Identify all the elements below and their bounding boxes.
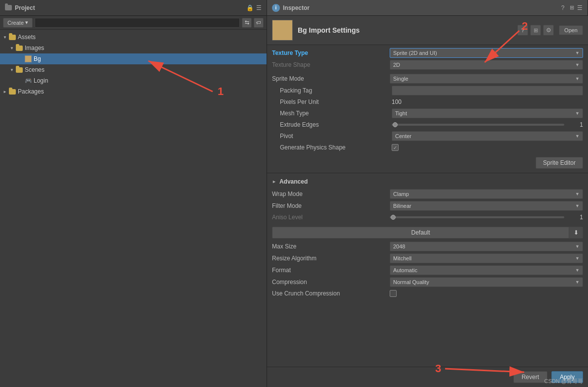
packages-label: Packages: [18, 88, 44, 95]
pivot-row: Pivot Center ▼: [267, 130, 588, 142]
project-toolbar: Create ▾ ⇆ 🏷: [0, 16, 267, 30]
search-icon-btn[interactable]: ⇆: [242, 18, 252, 28]
compression-dropdown[interactable]: Normal Quality ▼: [390, 277, 583, 287]
wrap-mode-arrow: ▼: [575, 192, 580, 196]
login-scene-icon: 🎮: [25, 77, 32, 84]
inspector-content: Texture Type Sprite (2D and UI) ▼ Textur…: [267, 45, 588, 367]
texture-shape-label: Texture Shape: [272, 61, 386, 68]
filter-mode-row: Filter Mode Bilinear ▼: [267, 200, 588, 212]
extrude-edges-slider[interactable]: 1: [392, 121, 583, 128]
inspector-layout-icon[interactable]: ⊞: [570, 4, 574, 11]
mesh-type-dropdown[interactable]: Tight ▼: [392, 108, 583, 118]
aniso-level-row: Aniso Level 1: [267, 212, 588, 223]
packages-arrow: ►: [2, 90, 8, 94]
sprite-editor-button[interactable]: Sprite Editor: [536, 157, 583, 169]
generate-physics-checkbox[interactable]: ✓: [392, 144, 399, 151]
crunch-compression-label: Use Crunch Compression: [272, 290, 386, 297]
inspector-tab-label: Inspector: [283, 4, 310, 11]
advanced-section-header[interactable]: ► Advanced: [267, 175, 588, 188]
pivot-arrow: ▼: [575, 134, 580, 139]
bg-label: Bg: [34, 55, 41, 62]
sprite-mode-row: Sprite Mode Single ▼: [267, 73, 588, 85]
settings-icon-btn[interactable]: ⚙: [543, 25, 554, 36]
tag-icon-btn[interactable]: 🏷: [254, 18, 264, 28]
tree-item-scenes[interactable]: ▼ Scenes: [0, 64, 267, 75]
packing-tag-label: Packing Tag: [280, 87, 388, 94]
format-dropdown[interactable]: Automatic ▼: [390, 265, 583, 275]
max-size-label: Max Size: [272, 243, 386, 250]
resize-algorithm-dropdown[interactable]: Mitchell ▼: [390, 253, 583, 263]
wrap-mode-dropdown[interactable]: Clamp ▼: [390, 189, 583, 199]
inspector-help-icon[interactable]: ?: [559, 4, 567, 12]
extrude-edges-label: Extrude Edges: [280, 121, 388, 128]
sprite-editor-area: Sprite Editor: [272, 157, 583, 169]
layout-icon-btn[interactable]: ⊞: [530, 25, 541, 36]
resize-algorithm-value: Mitchell: [393, 255, 411, 261]
revert-button[interactable]: Revert: [513, 371, 547, 383]
crunch-compression-checkbox[interactable]: [390, 290, 397, 297]
lock-icon[interactable]: 🔒: [246, 4, 253, 11]
tree-item-packages[interactable]: ► Packages: [0, 86, 267, 97]
scenes-folder-icon: [16, 67, 23, 73]
platform-bar: Default ⬇: [272, 227, 583, 239]
compression-label: Compression: [272, 279, 386, 286]
aniso-level-label: Aniso Level: [272, 214, 386, 221]
texture-type-dropdown[interactable]: Sprite (2D and UI) ▼: [390, 48, 583, 58]
apply-button[interactable]: Apply: [551, 371, 583, 383]
pixels-per-unit-label: Pixels Per Unit: [280, 98, 388, 105]
menu-icon[interactable]: ☰: [256, 4, 262, 11]
platform-download-btn[interactable]: ⬇: [569, 227, 583, 238]
generate-physics-label: Generate Physics Shape: [280, 144, 388, 151]
filter-mode-arrow: ▼: [575, 203, 580, 208]
create-button[interactable]: Create ▾: [3, 18, 33, 28]
texture-shape-dropdown[interactable]: 2D ▼: [390, 60, 583, 70]
mesh-type-arrow: ▼: [575, 111, 580, 116]
project-tab[interactable]: Project 🔒 ☰: [0, 0, 267, 15]
extrude-edges-value: 1: [568, 121, 583, 128]
texture-type-row: Texture Type Sprite (2D and UI) ▼: [267, 47, 588, 59]
tree-item-bg[interactable]: Bg: [0, 53, 267, 64]
asset-preview-thumb: [272, 20, 293, 41]
inspector-menu-icon[interactable]: ☰: [577, 4, 583, 11]
tree-item-assets[interactable]: ▼ Assets: [0, 32, 267, 43]
texture-shape-row: Texture Shape 2D ▼: [267, 59, 588, 71]
wrap-mode-label: Wrap Mode: [272, 191, 386, 197]
assets-arrow: ▼: [2, 35, 8, 40]
search-input[interactable]: [35, 18, 240, 28]
inspector-tab[interactable]: i Inspector ? ⊞ ☰: [267, 0, 588, 15]
filter-mode-dropdown[interactable]: Bilinear ▼: [390, 201, 583, 211]
file-tree: ▼ Assets ▼ Images: [0, 30, 267, 387]
assets-folder-icon: [9, 35, 16, 40]
compression-arrow: ▼: [575, 280, 580, 285]
max-size-dropdown[interactable]: 2048 ▼: [390, 242, 583, 251]
help-icon-btn[interactable]: ?: [517, 25, 528, 36]
texture-shape-arrow: ▼: [575, 62, 580, 67]
texture-shape-value: 2D: [393, 62, 400, 68]
packing-tag-input[interactable]: [392, 86, 583, 96]
resize-algorithm-arrow: ▼: [575, 256, 580, 261]
packing-tag-row: Packing Tag: [267, 85, 588, 97]
checkmark-icon: ✓: [393, 145, 397, 150]
tree-item-images[interactable]: ▼ Images: [0, 43, 267, 53]
pivot-dropdown[interactable]: Center ▼: [392, 131, 583, 141]
tree-item-login[interactable]: 🎮 Login: [0, 75, 267, 86]
max-size-arrow: ▼: [575, 244, 580, 249]
advanced-label: Advanced: [279, 178, 308, 185]
max-size-row: Max Size 2048 ▼: [267, 241, 588, 252]
pivot-label: Pivot: [280, 133, 388, 140]
aniso-level-slider[interactable]: 1: [390, 214, 583, 221]
inspector-bottom-bar: Revert Apply: [267, 367, 588, 387]
bg-file-icon: [25, 55, 32, 62]
project-panel: Create ▾ ⇆ 🏷 ▼ Assets: [0, 16, 267, 387]
pixels-per-unit-row: Pixels Per Unit 100: [267, 97, 588, 107]
mesh-type-value: Tight: [395, 110, 407, 116]
texture-type-arrow: ▼: [575, 50, 580, 55]
generate-physics-row: Generate Physics Shape ✓: [267, 142, 588, 153]
download-icon: ⬇: [574, 229, 579, 236]
pivot-value: Center: [395, 133, 411, 139]
mesh-type-row: Mesh Type Tight ▼: [267, 107, 588, 119]
advanced-arrow: ►: [272, 179, 276, 184]
open-button[interactable]: Open: [559, 25, 583, 35]
sprite-mode-dropdown[interactable]: Single ▼: [390, 74, 583, 84]
format-arrow: ▼: [575, 268, 580, 273]
